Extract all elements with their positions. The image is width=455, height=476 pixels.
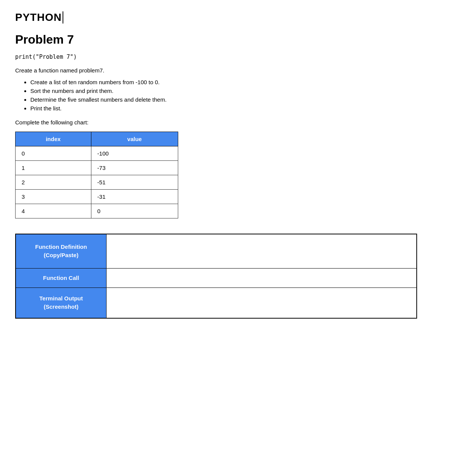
chart-instruction: Complete the following chart: — [15, 119, 440, 126]
index-cell-1: 1 — [16, 161, 91, 175]
function-definition-content[interactable] — [107, 234, 417, 268]
bullet-list: Create a list of ten random numbers from… — [30, 79, 440, 112]
index-cell-3: 3 — [16, 190, 91, 204]
bullet-item-2: Sort the numbers and print them. — [30, 88, 440, 94]
table-row: 4 0 — [16, 204, 178, 218]
index-cell-2: 2 — [16, 175, 91, 190]
value-cell-1: -73 — [91, 161, 178, 175]
function-table: Function Definition (Copy/Paste) Functio… — [15, 234, 417, 319]
terminal-output-content[interactable] — [107, 288, 417, 318]
terminal-output-row: Terminal Output (Screenshot) — [16, 288, 417, 318]
table-row: 3 -31 — [16, 190, 178, 204]
function-definition-label: Function Definition (Copy/Paste) — [16, 234, 107, 268]
page-title: PYTHON — [15, 11, 63, 24]
bullet-item-1: Create a list of ten random numbers from… — [30, 79, 440, 85]
function-call-row: Function Call — [16, 268, 417, 288]
value-cell-4: 0 — [91, 204, 178, 218]
col-header-value: value — [91, 132, 178, 146]
problem-heading: Problem 7 — [15, 33, 440, 47]
terminal-output-label: Terminal Output (Screenshot) — [16, 288, 107, 318]
value-cell-2: -51 — [91, 175, 178, 190]
bullet-item-3: Determine the five smallest numbers and … — [30, 96, 440, 103]
value-cell-0: -100 — [91, 146, 178, 161]
print-line: print("Problem 7") — [15, 53, 440, 60]
bullet-item-4: Print the list. — [30, 105, 440, 112]
function-call-label: Function Call — [16, 268, 107, 288]
index-cell-0: 0 — [16, 146, 91, 161]
table-row: 2 -51 — [16, 175, 178, 190]
index-cell-4: 4 — [16, 204, 91, 218]
value-cell-3: -31 — [91, 190, 178, 204]
intro-text: Create a function named problem7. — [15, 67, 440, 74]
function-call-content[interactable] — [107, 268, 417, 288]
function-definition-row: Function Definition (Copy/Paste) — [16, 234, 417, 268]
table-row: 1 -73 — [16, 161, 178, 175]
table-row: 0 -100 — [16, 146, 178, 161]
index-value-table: index value 0 -100 1 -73 2 -51 3 -31 4 0 — [15, 132, 178, 218]
col-header-index: index — [16, 132, 91, 146]
